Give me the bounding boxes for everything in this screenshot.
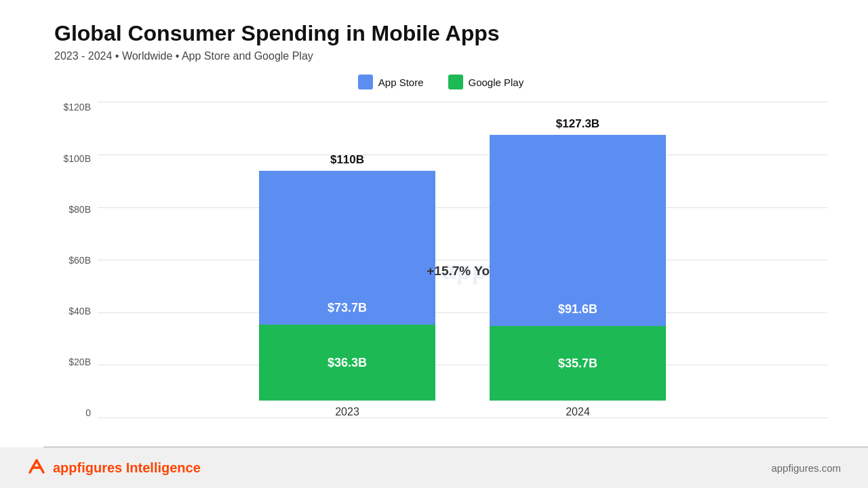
footer-brand-text: appfigures Intelligence xyxy=(53,460,201,476)
footer-url: appfigures.com xyxy=(771,462,841,474)
footer-logo-icon xyxy=(27,456,46,479)
legend: App Store Google Play xyxy=(54,75,827,89)
yoy-label: +15.7% YoY xyxy=(427,264,498,279)
y-axis-label: $80B xyxy=(54,204,98,215)
bar-appstore-value: $91.6B xyxy=(558,302,597,317)
chart-title: Global Consumer Spending in Mobile Apps xyxy=(54,20,827,46)
bar-googleplay-value: $36.3B xyxy=(328,356,367,370)
googleplay-label: Google Play xyxy=(469,77,524,88)
appstore-label: App Store xyxy=(378,77,424,88)
bar-googleplay-value: $35.7B xyxy=(558,357,597,371)
y-axis-label: 0 xyxy=(54,407,98,418)
y-axis: 0$20B$40B$60B$80B$100B$120B xyxy=(54,102,98,440)
chart-main: Global Consumer Spending in Mobile Apps … xyxy=(0,0,868,447)
chart-subtitle: 2023 - 2024 • Worldwide • App Store and … xyxy=(54,50,827,62)
y-axis-label: $60B xyxy=(54,255,98,266)
bar-appstore-value: $73.7B xyxy=(328,301,367,315)
legend-item-appstore: App Store xyxy=(358,75,424,89)
footer: appfigures Intelligence appfigures.com xyxy=(0,447,868,488)
footer-brand: appfigures Intelligence xyxy=(27,456,201,479)
y-axis-label: $40B xyxy=(54,306,98,317)
y-axis-label: $120B xyxy=(54,102,98,113)
appstore-swatch xyxy=(358,75,373,89)
chart-container: Global Consumer Spending in Mobile Apps … xyxy=(0,0,868,488)
bar-x-label: 2024 xyxy=(566,406,590,418)
y-axis-label: $100B xyxy=(54,153,98,164)
bar-total-label: $127.3B xyxy=(556,117,599,131)
googleplay-swatch xyxy=(448,75,463,89)
bar-group: $110B$36.3B$73.7B2023 xyxy=(259,153,435,418)
bar-group: $127.3B$35.7B$91.6B2024 xyxy=(490,117,666,418)
stacked-bar: $35.7B$91.6B xyxy=(490,135,666,401)
bars-row: $110B$36.3B$73.7B2023+15.7% YoY$127.3B$3… xyxy=(98,102,827,440)
bar-total-label: $110B xyxy=(330,153,364,167)
y-axis-label: $20B xyxy=(54,357,98,367)
bar-x-label: 2023 xyxy=(335,406,359,418)
graph-area: 0$20B$40B$60B$80B$100B$120B appfigures $… xyxy=(54,102,827,440)
bars-section: appfigures $110B$36.3B$73.7B2023+15.7% Y… xyxy=(98,102,827,440)
bar-segment-appstore: $73.7B xyxy=(259,171,435,325)
footer-brand-highlight: appfigures xyxy=(53,460,122,475)
bar-segment-googleplay: $35.7B xyxy=(490,326,666,401)
bar-segment-appstore: $91.6B xyxy=(490,135,666,326)
bar-segment-googleplay: $36.3B xyxy=(259,325,435,401)
legend-item-googleplay: Google Play xyxy=(448,75,524,89)
footer-intelligence: Intelligence xyxy=(122,460,201,475)
stacked-bar: $36.3B$73.7B xyxy=(259,171,435,401)
